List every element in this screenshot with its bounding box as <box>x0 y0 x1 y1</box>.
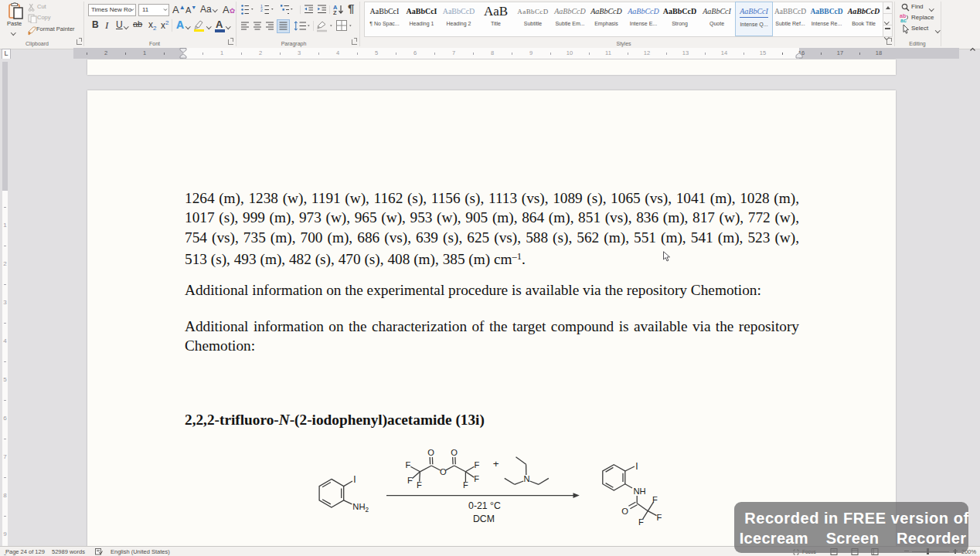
svg-text:F: F <box>405 460 410 470</box>
svg-text:F: F <box>638 517 644 527</box>
svg-text:O: O <box>621 507 628 516</box>
svg-text:F: F <box>417 480 422 490</box>
svg-text:2: 2 <box>260 8 263 12</box>
svg-text:ac: ac <box>900 18 907 23</box>
svg-text:O: O <box>451 448 458 457</box>
svg-text:Z: Z <box>333 9 337 15</box>
svg-text:F: F <box>652 495 658 504</box>
svg-text:F: F <box>474 474 479 483</box>
svg-text:NH2: NH2 <box>352 502 369 514</box>
svg-text:N: N <box>524 474 530 483</box>
svg-text:O: O <box>440 467 447 476</box>
svg-text:F: F <box>463 480 468 490</box>
svg-text:I: I <box>635 461 638 472</box>
svg-text:I: I <box>353 474 356 485</box>
svg-text:+: + <box>493 458 499 470</box>
svg-text:F: F <box>657 513 662 522</box>
svg-text:DCM: DCM <box>473 514 495 524</box>
svg-text:NH: NH <box>634 486 646 496</box>
svg-text:F: F <box>407 476 413 485</box>
svg-text:F: F <box>475 460 480 470</box>
svg-text:0-21 °C: 0-21 °C <box>468 500 501 511</box>
svg-text:O: O <box>427 448 434 457</box>
